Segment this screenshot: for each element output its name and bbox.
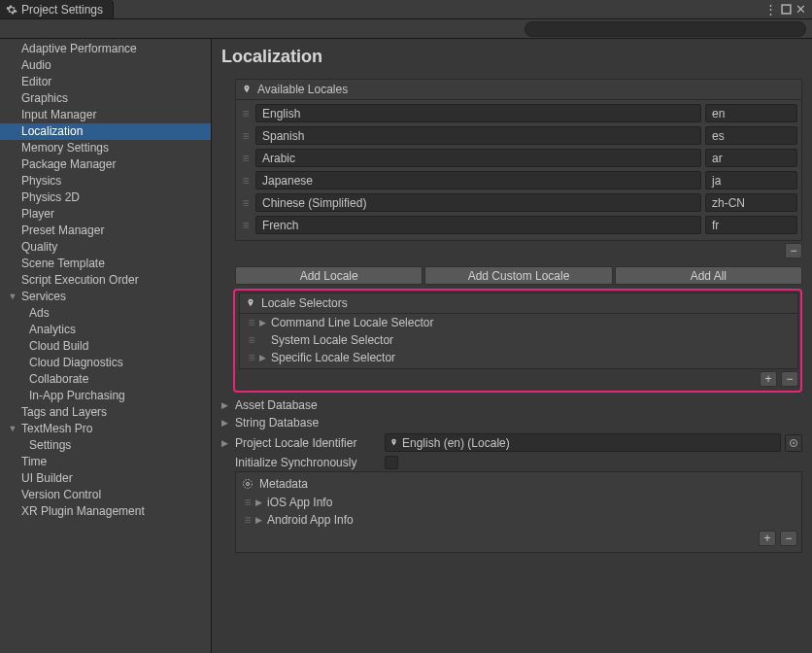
sidebar-item[interactable]: Preset Manager xyxy=(0,223,211,239)
sidebar-item[interactable]: Physics xyxy=(0,173,211,189)
sidebar-item-label: XR Plugin Management xyxy=(21,504,145,518)
locale-code-field[interactable]: ar xyxy=(705,149,797,167)
sidebar-item-label: Version Control xyxy=(21,488,101,501)
sidebar-item[interactable]: ▼TextMesh Pro xyxy=(0,421,211,437)
locale-row: ≡Spanishes xyxy=(240,124,797,147)
sidebar-item[interactable]: Quality xyxy=(0,239,211,256)
drag-handle-icon[interactable]: ≡ xyxy=(240,196,252,210)
pin-icon xyxy=(242,84,252,95)
drag-handle-icon[interactable]: ≡ xyxy=(240,107,252,120)
locale-name-field[interactable]: English xyxy=(255,104,701,122)
sidebar-item[interactable]: Package Manager xyxy=(0,156,211,173)
sidebar-item[interactable]: Cloud Build xyxy=(0,338,211,355)
sidebar-item-label: Graphics xyxy=(21,91,68,105)
add-selector-button[interactable]: + xyxy=(760,371,777,387)
sidebar-item[interactable]: Cloud Diagnostics xyxy=(0,355,211,371)
sidebar-item[interactable]: Localization xyxy=(0,123,211,140)
sidebar-item[interactable]: Script Execution Order xyxy=(0,272,211,289)
maximize-icon[interactable] xyxy=(781,4,792,15)
locale-name-field[interactable]: Spanish xyxy=(255,126,701,145)
sidebar-item[interactable]: Settings xyxy=(0,437,211,454)
chevron-down-icon[interactable]: ▼ xyxy=(8,290,17,304)
foldout-icon[interactable]: ▶ xyxy=(221,438,231,448)
sidebar-item[interactable]: Player xyxy=(0,206,211,223)
locale-name-field[interactable]: Chinese (Simplified) xyxy=(255,193,701,212)
foldout-icon[interactable]: ▶ xyxy=(259,353,269,362)
close-icon[interactable]: ✕ xyxy=(795,2,806,17)
sidebar: Adaptive PerformanceAudioEditorGraphicsI… xyxy=(0,39,212,653)
sidebar-item[interactable]: Analytics xyxy=(0,322,211,338)
sidebar-item-label: Physics 2D xyxy=(21,190,80,204)
locale-code-field[interactable]: es xyxy=(705,126,797,145)
drag-handle-icon[interactable]: ≡ xyxy=(240,152,252,165)
foldout-icon[interactable]: ▶ xyxy=(255,515,265,525)
sidebar-item[interactable]: Ads xyxy=(0,305,211,322)
sidebar-item-label: Audio xyxy=(21,58,51,72)
sidebar-item[interactable]: Version Control xyxy=(0,487,211,503)
foldout-icon[interactable]: ▶ xyxy=(221,418,231,428)
locale-name-field[interactable]: Arabic xyxy=(255,149,701,167)
drag-handle-icon[interactable]: ≡ xyxy=(246,316,257,329)
sidebar-item[interactable]: Collaborate xyxy=(0,371,211,388)
drag-handle-icon[interactable]: ≡ xyxy=(242,496,254,509)
sidebar-item[interactable]: XR Plugin Management xyxy=(0,503,211,520)
project-locale-field[interactable]: English (en) (Locale) xyxy=(385,433,781,452)
locale-selectors-header: Locale Selectors xyxy=(239,292,798,314)
sidebar-item-label: Script Execution Order xyxy=(21,273,139,287)
locale-name-field[interactable]: Japanese xyxy=(255,171,701,189)
locale-code-field[interactable]: zh-CN xyxy=(705,193,797,212)
drag-handle-icon[interactable]: ≡ xyxy=(246,351,257,364)
drag-handle-icon[interactable]: ≡ xyxy=(246,333,257,347)
sidebar-item[interactable]: Graphics xyxy=(0,90,211,107)
metadata-row: ≡▶iOS App Info xyxy=(240,494,797,511)
locale-name-field[interactable]: French xyxy=(255,216,701,234)
drag-handle-icon[interactable]: ≡ xyxy=(240,219,252,232)
locale-list: ≡Englishen≡Spanishes≡Arabicar≡Japaneseja… xyxy=(235,100,802,241)
project-locale-label: Project Locale Identifier xyxy=(235,436,381,450)
sidebar-item[interactable]: Memory Settings xyxy=(0,140,211,156)
sidebar-item-label: Collaborate xyxy=(29,372,88,386)
locale-code-field[interactable]: ja xyxy=(705,171,797,189)
init-sync-checkbox[interactable] xyxy=(385,456,398,469)
drag-handle-icon[interactable]: ≡ xyxy=(240,174,252,188)
sidebar-item[interactable]: Physics 2D xyxy=(0,189,211,206)
drag-handle-icon[interactable]: ≡ xyxy=(240,129,252,143)
remove-locale-button[interactable]: − xyxy=(785,243,802,258)
sidebar-item-label: Scene Template xyxy=(21,257,105,270)
sidebar-item[interactable]: Time xyxy=(0,454,211,470)
metadata-icon xyxy=(242,478,254,490)
sidebar-item[interactable]: Editor xyxy=(0,74,211,90)
locale-row: ≡Frenchfr xyxy=(240,214,797,236)
sidebar-item[interactable]: Audio xyxy=(0,57,211,74)
remove-metadata-button[interactable]: − xyxy=(780,531,797,546)
selector-label: System Locale Selector xyxy=(271,333,393,347)
foldout-icon[interactable]: ▶ xyxy=(221,400,231,410)
locale-code-field[interactable]: en xyxy=(705,104,797,122)
selector-row: ≡▶Command Line Locale Selector xyxy=(244,314,794,331)
menu-icon[interactable]: ⋮ xyxy=(764,2,777,17)
section-title: Available Locales xyxy=(257,83,348,96)
add-locale-button[interactable]: Add Locale xyxy=(235,266,423,285)
selector-row: ≡▶System Locale Selector xyxy=(244,331,794,349)
sidebar-item[interactable]: Tags and Layers xyxy=(0,404,211,421)
add-metadata-button[interactable]: + xyxy=(759,531,776,546)
window-tab[interactable]: Project Settings xyxy=(0,0,114,18)
sidebar-item[interactable]: ▼Services xyxy=(0,289,211,305)
sidebar-item[interactable]: Scene Template xyxy=(0,256,211,272)
drag-handle-icon[interactable]: ≡ xyxy=(242,513,254,527)
chevron-down-icon[interactable]: ▼ xyxy=(8,422,17,436)
sidebar-item[interactable]: In-App Purchasing xyxy=(0,388,211,404)
foldout-icon[interactable]: ▶ xyxy=(259,318,269,327)
add-all-button[interactable]: Add All xyxy=(615,266,802,285)
sidebar-item[interactable]: Input Manager xyxy=(0,107,211,123)
sidebar-item-label: Package Manager xyxy=(21,157,116,171)
search-input[interactable] xyxy=(524,21,806,37)
locale-code-field[interactable]: fr xyxy=(705,216,797,234)
sidebar-item-label: Editor xyxy=(21,75,51,88)
remove-selector-button[interactable]: − xyxy=(781,371,798,387)
add-custom-locale-button[interactable]: Add Custom Locale xyxy=(424,266,612,285)
object-picker-button[interactable] xyxy=(785,434,802,452)
foldout-icon[interactable]: ▶ xyxy=(255,498,265,507)
sidebar-item[interactable]: Adaptive Performance xyxy=(0,41,211,57)
sidebar-item[interactable]: UI Builder xyxy=(0,470,211,487)
